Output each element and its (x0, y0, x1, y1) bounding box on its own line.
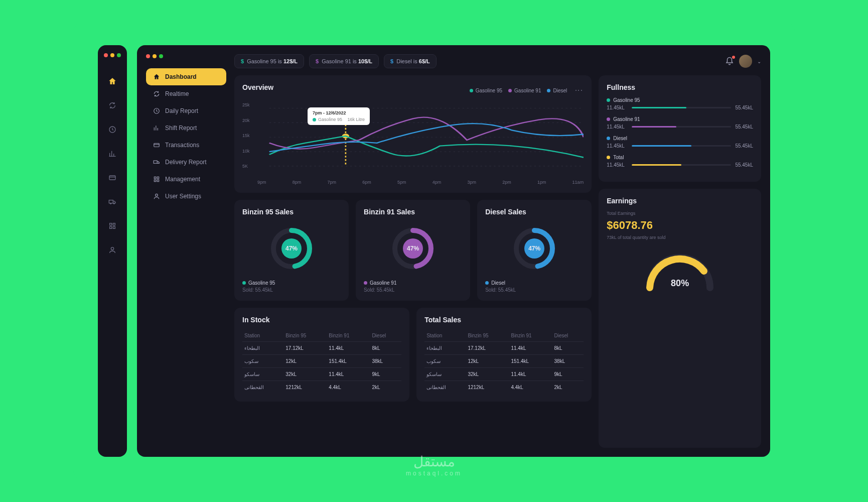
sidebar-item-management[interactable]: Management (146, 171, 226, 188)
sales-sold: Sold: 55.45kL (364, 287, 462, 293)
close-dot[interactable] (104, 53, 108, 57)
fullness-item: Gasoline 95 11.45kL 55.45kL (607, 97, 753, 110)
svg-rect-8 (113, 226, 115, 228)
overview-legend: Gasoline 95Gasoline 91Diesel ⋮ (470, 86, 584, 94)
home-icon (153, 73, 160, 80)
refresh-icon[interactable] (107, 100, 117, 110)
price-chip: $Gasoline 91 is 10$/L (309, 54, 379, 68)
svg-rect-5 (110, 223, 112, 225)
sales-card: Diesel Sales 47% Diesel Sold: 55.45kL (477, 200, 592, 301)
table-row: سكوب12kL151.4kL38kL (242, 355, 401, 368)
grid-icon (153, 176, 160, 183)
total-sales-table: StationBinzin 95Binzin 91Dieselالبطحاء17… (424, 330, 584, 394)
in-stock-title: In Stock (242, 316, 401, 324)
main-window: DashboardRealtimeDaily ReportShift Repor… (137, 45, 770, 457)
user-icon (153, 193, 160, 200)
svg-point-3 (110, 203, 111, 204)
table-header: Binzin 95 (466, 330, 509, 342)
fullness-item: Total 11.45kL 55.45kL (607, 155, 753, 168)
overview-card: Overview Gasoline 95Gasoline 91Diesel ⋮ … (234, 75, 592, 193)
card-icon (153, 142, 160, 149)
chart-icon[interactable] (107, 149, 117, 159)
nav-label: User Settings (165, 193, 201, 200)
nav-label: Delivery Report (165, 159, 207, 166)
bell-icon[interactable] (725, 57, 734, 66)
svg-rect-14 (157, 177, 159, 179)
topbar: $Gasoline 95 is 12$/L$Gasoline 91 is 10$… (234, 54, 761, 68)
earnings-title: Earnings (607, 197, 753, 205)
sidebar-item-shift-report[interactable]: Shift Report (146, 119, 226, 137)
table-row: القحطانى1212kL4.4kL2kL (424, 381, 584, 394)
sidebar-item-transactions[interactable]: Transactions (146, 137, 226, 154)
table-header: Diesel (552, 330, 584, 342)
legend-item: Diesel (547, 88, 567, 93)
sidebar-item-daily-report[interactable]: Daily Report (146, 102, 226, 119)
donut-pct: 47% (269, 226, 314, 271)
more-icon[interactable]: ⋮ (574, 86, 584, 94)
chart-tooltip: 7pm - 12/6/2022 Gasoline 95 16k Litre (308, 107, 370, 125)
fullness-item: Gasoline 91 11.45kL 55.45kL (607, 116, 753, 130)
total-sales-card: Total Sales StationBinzin 95Binzin 91Die… (416, 308, 592, 402)
chart-icon (153, 124, 160, 132)
overview-title: Overview (242, 83, 273, 91)
svg-rect-11 (154, 144, 160, 147)
table-row: القحطانى1212kL4.4kL2kL (242, 381, 401, 394)
sales-label: Diesel (485, 280, 584, 286)
grid-icon[interactable] (107, 221, 117, 231)
sidebar-item-dashboard[interactable]: Dashboard (146, 68, 226, 85)
svg-rect-6 (113, 223, 115, 225)
table-row: البطحاء17.12kL11.4kL8kL (242, 342, 401, 355)
nav-label: Management (165, 176, 200, 183)
svg-rect-2 (109, 200, 113, 203)
earnings-card: Earnings Total Earnings $6078.76 73kL of… (599, 189, 761, 448)
fullness-title: Fullness (607, 83, 753, 91)
nav-label: Dashboard (165, 73, 197, 80)
svg-rect-16 (157, 180, 159, 182)
donut-pct: 47% (512, 226, 557, 271)
svg-rect-13 (154, 177, 156, 179)
gauge-pct: 80% (671, 278, 689, 289)
earnings-sub: Total Earnings (607, 211, 753, 216)
sales-label: Gasoline 91 (364, 280, 462, 286)
card-icon[interactable] (107, 173, 117, 183)
fullness-item: Diesel 11.45kL 55.45kL (607, 136, 753, 149)
price-chip: $Diesel is 6$/L (384, 54, 437, 68)
dollar-icon: $ (241, 58, 244, 64)
sales-title: Binzin 91 Sales (364, 208, 462, 216)
clock-icon[interactable] (107, 124, 117, 135)
legend-item: Gasoline 91 (508, 88, 541, 93)
table-header: Binzin 91 (509, 330, 552, 342)
dollar-icon: $ (390, 58, 393, 64)
user-icon[interactable] (107, 245, 117, 255)
svg-rect-15 (154, 180, 156, 182)
fullness-card: Fullness Gasoline 95 11.45kL 55.45kL Gas… (599, 75, 761, 182)
maximize-dot[interactable] (159, 54, 163, 58)
nav-label: Transactions (165, 142, 199, 149)
sales-card: Binzin 95 Sales 47% Gasoline 95 Sold: 55… (234, 200, 349, 301)
content: $Gasoline 95 is 12$/L$Gasoline 91 is 10$… (234, 54, 761, 448)
sidebar-item-delivery-report[interactable]: Delivery Report (146, 154, 226, 171)
total-sales-title: Total Sales (424, 316, 584, 324)
nav-label: Daily Report (165, 107, 198, 114)
close-dot[interactable] (146, 54, 150, 58)
svg-point-9 (111, 247, 113, 250)
sidebar-item-user-settings[interactable]: User Settings (146, 188, 226, 205)
truck-icon[interactable] (107, 197, 117, 207)
table-header: Station (424, 330, 466, 342)
sidebar-item-realtime[interactable]: Realtime (146, 85, 226, 102)
in-stock-table: StationBinzin 95Binzin 91Dieselالبطحاء17… (242, 330, 401, 394)
sales-label: Gasoline 95 (242, 280, 341, 286)
minimize-dot[interactable] (110, 53, 114, 57)
minimize-dot[interactable] (153, 54, 157, 58)
maximize-dot[interactable] (117, 53, 121, 57)
clock-icon (153, 107, 160, 114)
avatar[interactable] (739, 55, 752, 68)
chevron-down-icon[interactable]: ⌄ (757, 59, 761, 64)
table-row: سكوب12kL151.4kL38kL (424, 355, 584, 368)
window-controls (146, 54, 226, 58)
collapsed-sidebar (98, 45, 127, 457)
legend-item: Gasoline 95 (470, 88, 502, 93)
sales-sold: Sold: 55.45kL (485, 287, 584, 293)
home-icon[interactable] (107, 76, 117, 86)
table-header: Binzin 91 (327, 330, 370, 342)
